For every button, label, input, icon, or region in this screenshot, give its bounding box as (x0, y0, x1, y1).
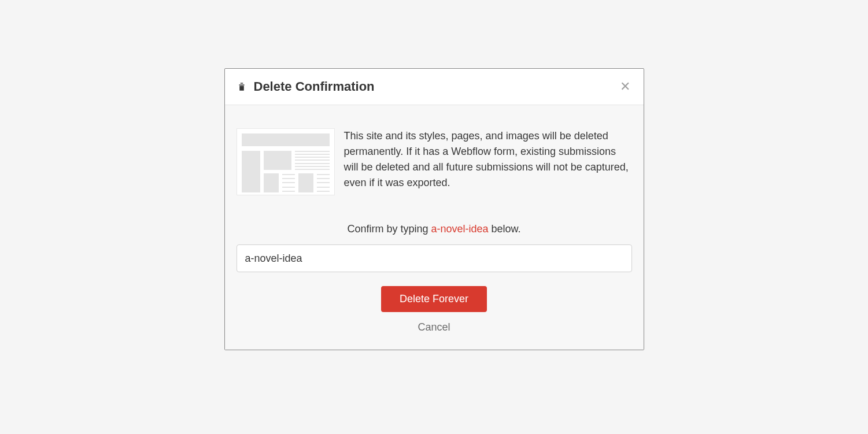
close-button[interactable]: ✕ (618, 80, 632, 94)
confirm-prompt: Confirm by typing a-novel-idea below. (237, 223, 632, 235)
confirm-suffix: below. (489, 223, 521, 235)
modal-body: This site and its styles, pages, and ima… (225, 105, 644, 350)
modal-description: This site and its styles, pages, and ima… (344, 128, 632, 195)
modal-header: Delete Confirmation ✕ (225, 69, 644, 105)
cancel-button[interactable]: Cancel (418, 321, 450, 333)
delete-forever-button[interactable]: Delete Forever (381, 286, 487, 312)
confirm-section: Confirm by typing a-novel-idea below. De… (237, 223, 632, 333)
confirm-prefix: Confirm by typing (347, 223, 431, 235)
site-thumbnail (237, 128, 335, 195)
modal-title: Delete Confirmation (254, 79, 375, 94)
modal-header-left: Delete Confirmation (237, 79, 375, 94)
info-row: This site and its styles, pages, and ima… (237, 128, 632, 195)
close-icon: ✕ (620, 79, 630, 94)
confirm-input[interactable] (237, 244, 632, 272)
confirm-slug: a-novel-idea (431, 223, 488, 235)
trash-icon (237, 81, 247, 92)
delete-confirmation-modal: Delete Confirmation ✕ (224, 68, 644, 350)
